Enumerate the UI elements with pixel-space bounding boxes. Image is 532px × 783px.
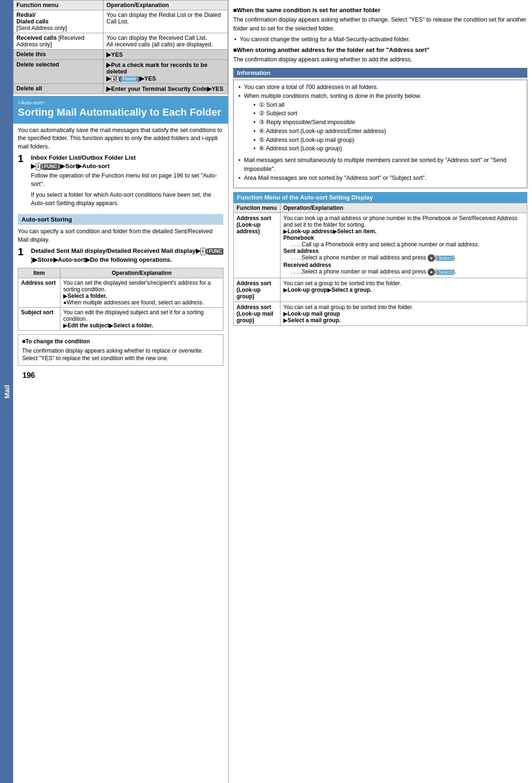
info-bullet-1: You can store a total of 700 addresses i… <box>237 83 523 92</box>
step-content: Inbox Folder List/Outbox Folder List ▶i(… <box>31 154 223 210</box>
item-op: You can edit the displayed subject and s… <box>60 307 223 330</box>
page-number: 196 <box>18 369 223 383</box>
step-number: 1 <box>18 154 31 210</box>
note-line-2: Select "YES" to replace the set conditio… <box>22 355 219 362</box>
item-op: You can set the displayed sender's/recip… <box>60 278 223 307</box>
func-op: You can display the Received Call List.A… <box>103 33 228 50</box>
table-row: Address sort(Look-up mailgroup) You can … <box>234 302 527 326</box>
info-bullet-4: Area Mail messages are not sorted by "Ad… <box>237 174 523 183</box>
col-header-op: Operation/Explanation <box>103 0 228 10</box>
info-bullet-2: When multiple conditions match, sorting … <box>237 92 523 153</box>
indent-text-3: . . . .Select a phone number or mail add… <box>291 268 456 275</box>
right-section1-bullets: You cannot change the setting for a Mail… <box>233 35 527 44</box>
rfunc-name-3: Address sort(Look-up mailgroup) <box>234 302 281 326</box>
table-row: Address sort You can set the displayed s… <box>18 278 223 307</box>
rfunc-col-header-op: Operation/Explanation <box>281 203 527 213</box>
note-line-1: The confirmation display appears asking … <box>22 347 219 355</box>
auto-sort-storing-header: Auto-sort Storing <box>18 214 223 225</box>
func-op: ▶Put a check mark for records to be dele… <box>103 60 228 84</box>
item-name: Address sort <box>18 278 60 307</box>
top-func-table: Function menu Operation/Explanation Redi… <box>13 0 228 94</box>
func-name: Delete all <box>14 84 103 94</box>
table-row: Subject sort You can edit the displayed … <box>18 307 223 330</box>
step-content-2: Detailed Sent Mail display/Detailed Rece… <box>31 247 223 264</box>
func-key-2: FUNC <box>207 248 223 255</box>
right-section1-p1: The confirmation display appears asking … <box>233 15 527 33</box>
rfunc-op-2: You can set a group to be sorted into th… <box>281 278 527 302</box>
func-name: Received calls [Received Address only] <box>14 33 103 50</box>
func-name: Delete selected <box>14 60 103 84</box>
step-note-1: Follow the operation of the Function men… <box>31 172 223 188</box>
indent-text: . . . .Call up a Phonebook entry and sel… <box>291 241 479 248</box>
step-title: Inbox Folder List/Outbox Folder List ▶i(… <box>31 154 223 170</box>
priority-list: ① Sort all ② Subject sort ③ Reply imposs… <box>252 101 523 154</box>
step-note-2: If you select a folder for which Auto-so… <box>31 191 223 207</box>
right-section2-title: ■When storing another address for the fo… <box>233 46 527 53</box>
priority-item-6: ⑥ Address sort (Look-up group) <box>252 144 523 153</box>
col-header-func: Function menu <box>14 0 103 10</box>
indent-text-2: . . . .Select a phone number or mail add… <box>291 254 456 261</box>
func-name: Redial/Dialed calls[Sent Address only] <box>14 10 103 33</box>
table-row: Delete this ▶YES <box>14 50 228 60</box>
info-content: You can store a total of 700 addresses i… <box>233 80 527 188</box>
checkbox-icon: ☑ <box>111 76 119 82</box>
item-col-header: Item <box>18 268 60 278</box>
item-name: Subject sort <box>18 307 60 330</box>
func-op: ▶Enter your Terminal Security Code▶YES <box>103 84 228 94</box>
info-box-header: Information <box>233 68 527 78</box>
rfunc-op-1: You can look up a mail address or phone … <box>281 213 527 278</box>
i-key-2: i <box>200 248 206 255</box>
bullet-item: You cannot change the setting for a Mail… <box>233 35 527 44</box>
table-row: Delete all ▶Enter your Terminal Security… <box>14 84 228 94</box>
rfunc-col-header-func: Function menu <box>234 203 281 213</box>
note-title: ■To change the condition <box>22 338 219 346</box>
step-1: 1 Inbox Folder List/Outbox Folder List ▶… <box>18 154 223 210</box>
circle-btn-2: ● <box>428 268 435 276</box>
item-table: Item Operation/Explanation Address sort … <box>18 268 223 331</box>
info-bullets: You can store a total of 700 addresses i… <box>237 83 523 182</box>
select-key-1: Select <box>437 256 453 261</box>
circle-btn: ● <box>428 254 435 262</box>
auto-sort-small-label: <Auto-sort> <box>18 100 223 105</box>
priority-item-2: ② Subject sort <box>252 109 523 118</box>
table-row: Received calls [Received Address only] Y… <box>14 33 228 50</box>
table-row: Redial/Dialed calls[Sent Address only] Y… <box>14 10 228 33</box>
step-number-2: 1 <box>18 247 31 264</box>
table-row: Address sort(Look-upaddress) You can loo… <box>234 213 527 278</box>
op-col-header: Operation/Explanation <box>60 268 223 278</box>
auto-sort-description: You can automatically save the mail mess… <box>18 126 223 151</box>
side-tab-label: Mail <box>0 0 13 783</box>
finish-key: Finish <box>121 76 137 81</box>
func-op: You can display the Redial List or the D… <box>103 10 228 33</box>
right-section1-title: ■When the same condition is set for anot… <box>233 7 527 14</box>
step-storing-1: 1 Detailed Sent Mail display/Detailed Re… <box>18 247 223 264</box>
auto-sort-header: <Auto-sort> Sorting Mail Automatically t… <box>13 96 228 123</box>
priority-item-3: ③ Reply impossible/Send impossible <box>252 118 523 127</box>
note-box: ■To change the condition The confirmatio… <box>18 334 223 366</box>
select-key-2: Select <box>437 270 453 275</box>
right-func-table: Function menu Operation/Explanation Addr… <box>233 203 527 326</box>
right-column: ■When the same condition is set for anot… <box>229 0 532 783</box>
func-op: ▶YES <box>103 50 228 60</box>
func-menu-header: Function Menu of the Auto-sort Setting D… <box>233 192 527 203</box>
i-key: i <box>36 163 41 170</box>
table-row: Address sort(Look-upgroup) You can set a… <box>234 278 527 302</box>
right-section2-p1: The confirmation display appears asking … <box>233 55 527 64</box>
table-row: Delete selected ▶Put a check mark for re… <box>14 60 228 84</box>
func-key: FUNC <box>43 163 59 170</box>
step-title-2: Detailed Sent Mail display/Detailed Rece… <box>31 247 223 264</box>
rfunc-name-1: Address sort(Look-upaddress) <box>234 213 281 278</box>
priority-item-4: ④ Address sort (Look-up address/Enter ad… <box>252 127 523 136</box>
rfunc-name-2: Address sort(Look-upgroup) <box>234 278 281 302</box>
info-bullet-3: Mail messages sent simultaneously to mul… <box>237 156 523 174</box>
priority-item-5: ⑤ Address sort (Look-up mail group) <box>252 136 523 145</box>
auto-sort-title: Sorting Mail Automatically to Each Folde… <box>18 106 223 118</box>
priority-item-1: ① Sort all <box>252 101 523 110</box>
func-name: Delete this <box>14 50 103 60</box>
auto-sort-storing-desc: You can specify a sort condition and fol… <box>18 228 223 244</box>
rfunc-op-3: You can set a mail group to be sorted in… <box>281 302 527 326</box>
